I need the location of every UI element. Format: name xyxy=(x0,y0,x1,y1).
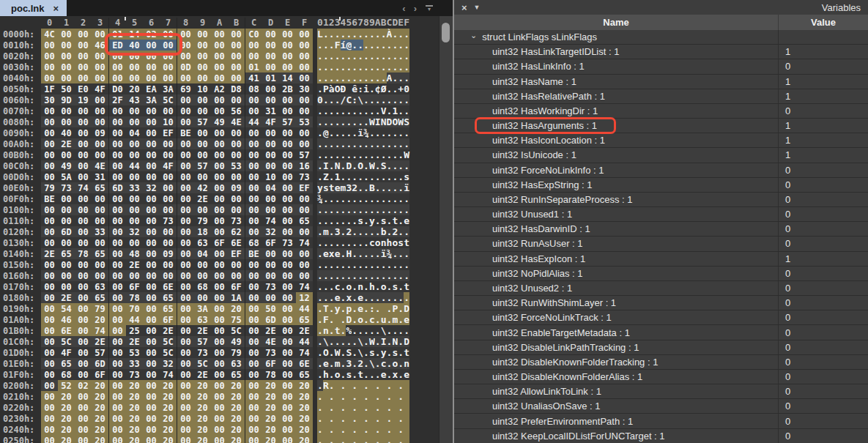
hex-byte[interactable]: 00 xyxy=(109,127,126,138)
ascii-char[interactable] xyxy=(369,424,375,435)
hex-byte[interactable]: 6D xyxy=(92,358,108,369)
ascii-char[interactable]: . xyxy=(375,402,381,413)
ascii-char[interactable]: P xyxy=(323,83,329,94)
ascii-char[interactable]: . xyxy=(363,380,369,391)
hex-byte[interactable]: 2E xyxy=(262,325,279,336)
ascii-char[interactable]: W xyxy=(404,149,409,160)
hex-byte[interactable]: 56 xyxy=(228,105,245,116)
ascii-char[interactable]: . xyxy=(317,105,323,116)
ascii-char[interactable]: . xyxy=(329,40,335,51)
ascii-char[interactable]: . xyxy=(341,259,346,270)
hex-byte[interactable]: 00 xyxy=(245,171,262,182)
hex-byte[interactable]: 00 xyxy=(143,62,160,72)
hex-byte[interactable]: 00 xyxy=(245,314,262,325)
ascii-char[interactable]: 2 xyxy=(346,226,352,237)
ascii-char[interactable]: . xyxy=(329,314,335,325)
ascii-char[interactable]: . xyxy=(398,336,404,347)
hex-byte[interactable]: 00 xyxy=(143,149,160,160)
ascii-char[interactable] xyxy=(357,413,363,424)
ascii-char[interactable]: . xyxy=(352,424,357,435)
hex-byte[interactable]: 00 xyxy=(245,127,262,138)
ascii-char[interactable]: . xyxy=(363,270,369,281)
ascii-char[interactable]: . xyxy=(381,94,387,105)
hex-byte[interactable]: 00 xyxy=(75,204,92,215)
hex-byte[interactable]: 20 xyxy=(262,424,279,435)
ascii-char[interactable]: . xyxy=(341,226,346,237)
ascii-char[interactable]: . xyxy=(363,336,369,347)
hex-byte[interactable]: 00 xyxy=(279,215,296,226)
ascii-char[interactable] xyxy=(392,391,398,402)
hex-byte[interactable]: 6D xyxy=(262,314,279,325)
ascii-char[interactable]: . xyxy=(363,94,369,105)
hex-byte[interactable]: 00 xyxy=(194,51,211,62)
ascii-char[interactable]: . xyxy=(352,105,357,116)
hex-byte[interactable]: 00 xyxy=(143,127,160,138)
ascii-char[interactable]: . xyxy=(341,193,346,204)
ascii-char[interactable]: . xyxy=(317,51,323,62)
hex-byte[interactable]: 00 xyxy=(194,270,211,281)
variable-row[interactable]: uint32 EnableTargetMetadata : 10 xyxy=(454,325,868,340)
ascii-char[interactable]: . xyxy=(341,325,346,336)
ascii-char[interactable]: . xyxy=(369,226,375,237)
hex-byte[interactable]: 44 xyxy=(245,116,262,127)
ascii-char[interactable]: . xyxy=(352,358,357,369)
hex-byte[interactable]: 65 xyxy=(296,369,313,380)
hex-byte[interactable]: 10 xyxy=(262,171,279,182)
hex-byte[interactable]: EF xyxy=(228,248,245,259)
ascii-char[interactable]: . xyxy=(398,72,404,83)
ascii-char[interactable]: . xyxy=(352,380,357,391)
hex-byte[interactable]: 00 xyxy=(228,259,245,270)
ascii-char[interactable]: ¾ xyxy=(363,127,369,138)
ascii-char[interactable]: . xyxy=(329,369,335,380)
ascii-char[interactable]: . xyxy=(375,347,381,358)
hex-byte[interactable]: 04 xyxy=(262,182,279,193)
hex-byte[interactable]: 00 xyxy=(109,160,126,171)
hex-byte[interactable]: 49 xyxy=(228,336,245,347)
ascii-char[interactable]: . xyxy=(381,40,387,51)
hex-byte[interactable]: 00 xyxy=(211,204,228,215)
ascii-char[interactable]: ¾ xyxy=(387,248,393,259)
hex-byte[interactable]: 00 xyxy=(211,94,228,105)
ascii-char[interactable]: . xyxy=(375,380,381,391)
ascii-char[interactable]: . xyxy=(341,270,346,281)
hex-byte[interactable]: 31 xyxy=(262,105,279,116)
ascii-char[interactable] xyxy=(404,424,409,435)
hex-byte[interactable]: 00 xyxy=(228,40,245,51)
hex-byte[interactable]: 68 xyxy=(245,237,262,248)
ascii-char[interactable]: . xyxy=(375,171,381,182)
ascii-char[interactable]: . xyxy=(317,259,323,270)
ascii-char[interactable]: . xyxy=(352,226,357,237)
hex-byte[interactable]: 09 xyxy=(228,182,245,193)
hex-byte[interactable]: 20 xyxy=(194,413,211,424)
hex-byte[interactable]: 00 xyxy=(109,138,126,149)
ascii-char[interactable]: . xyxy=(387,138,393,149)
hex-byte[interactable]: 00 xyxy=(262,259,279,270)
hex-byte[interactable]: 20 xyxy=(296,413,313,424)
ascii-char[interactable]: . xyxy=(329,160,335,171)
ascii-char[interactable]: : xyxy=(357,83,363,94)
ascii-char[interactable]: h xyxy=(323,369,329,380)
ascii-char[interactable]: . xyxy=(363,347,369,358)
ascii-char[interactable]: . xyxy=(404,193,409,204)
ascii-char[interactable]: . xyxy=(346,127,352,138)
ascii-char[interactable]: . xyxy=(317,424,323,435)
ascii-char[interactable]: . xyxy=(381,270,387,281)
hex-byte[interactable]: 00 xyxy=(75,402,92,413)
ascii-char[interactable]: B xyxy=(369,182,375,193)
variable-row[interactable]: uint32 RunInSeparateProcess : 10 xyxy=(454,193,868,207)
hex-byte[interactable]: 00 xyxy=(211,182,228,193)
hex-byte[interactable]: 5C xyxy=(160,347,177,358)
hex-byte[interactable]: 00 xyxy=(177,270,194,281)
ascii-char[interactable]: . xyxy=(398,160,404,171)
hex-byte[interactable]: 20 xyxy=(126,424,143,435)
hex-byte[interactable]: 00 xyxy=(109,226,126,237)
ascii-char[interactable]: . xyxy=(317,303,323,314)
hex-byte[interactable]: 00 xyxy=(160,51,177,62)
ascii-char[interactable]: s xyxy=(323,182,329,193)
ascii-char[interactable]: I xyxy=(381,336,387,347)
hex-byte[interactable]: 20 xyxy=(92,380,108,391)
hex-byte[interactable]: 4F xyxy=(262,116,279,127)
hex-byte[interactable]: 20 xyxy=(262,380,279,391)
hex-byte[interactable]: 00 xyxy=(228,138,245,149)
hex-byte[interactable]: 00 xyxy=(41,62,58,72)
